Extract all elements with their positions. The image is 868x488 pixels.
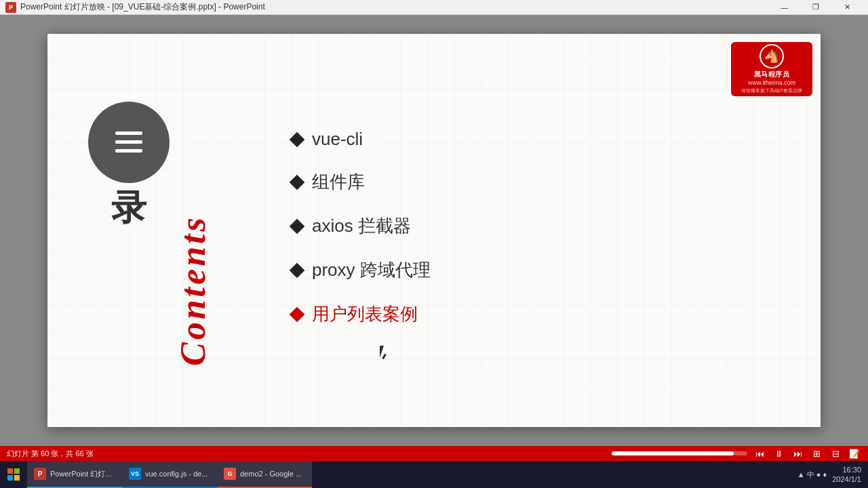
menu-item-vue-cli: vue-cli bbox=[292, 129, 431, 150]
play-prev-button[interactable]: ⏮ bbox=[753, 447, 766, 460]
slide-area: 🐴 黑马程序员 www.itheima.com 传智播客旗下高端IT教育品牌 录… bbox=[0, 15, 868, 446]
taskbar-app-powerpoint-label: PowerPoint 幻灯... bbox=[50, 469, 111, 479]
left-section: 录 bbox=[88, 102, 170, 225]
menu-item-proxy: proxy 跨域代理 bbox=[292, 258, 431, 282]
svg-rect-6 bbox=[14, 475, 20, 481]
logo-tagline: 传智播客旗下高端IT教育品牌 bbox=[741, 87, 802, 94]
taskbar-date-display: 2024/1/1 bbox=[832, 474, 861, 484]
taskbar-time-display: 16:30 bbox=[832, 465, 861, 474]
mouse-cursor bbox=[380, 346, 388, 359]
grid-view-button[interactable]: ⊞ bbox=[810, 447, 823, 460]
start-button[interactable] bbox=[0, 461, 27, 488]
contents-vertical-text: Contents bbox=[173, 95, 213, 366]
svg-rect-5 bbox=[7, 475, 13, 481]
progress-bar bbox=[612, 451, 747, 455]
layout-button[interactable]: ⊟ bbox=[829, 447, 842, 460]
diamond-icon-1 bbox=[290, 131, 305, 147]
menu-item-user-list: 用户列表案例 bbox=[292, 302, 431, 326]
pause-button[interactable]: ⏸ bbox=[772, 447, 785, 460]
statusbar-slide-info: 幻灯片 第 60 张，共 66 张 bbox=[7, 449, 94, 459]
maximize-button[interactable]: ❐ bbox=[800, 0, 831, 15]
taskbar-app-powerpoint[interactable]: P PowerPoint 幻灯... bbox=[27, 461, 122, 488]
svg-rect-2 bbox=[115, 149, 142, 152]
taskbar-time: 16:30 2024/1/1 bbox=[832, 465, 861, 485]
list-svg-icon bbox=[108, 122, 149, 163]
powerpoint-app-icon: P bbox=[34, 468, 46, 480]
menu-item-component-lib: 组件库 bbox=[292, 170, 431, 194]
logo-brand-name: 黑马程序员 bbox=[754, 70, 790, 79]
logo-url: www.itheima.com bbox=[748, 79, 795, 86]
taskbar-app-chrome-label: demo2 - Google ... bbox=[240, 470, 302, 478]
taskbar: P PowerPoint 幻灯... VS vue.config.js - de… bbox=[0, 461, 868, 488]
chrome-app-icon: G bbox=[224, 468, 236, 480]
menu-label-5: 用户列表案例 bbox=[312, 302, 418, 326]
minimize-button[interactable]: — bbox=[769, 0, 800, 15]
circle-list-icon bbox=[88, 102, 170, 183]
menu-label-2: 组件库 bbox=[312, 170, 365, 194]
svg-rect-3 bbox=[7, 468, 13, 474]
taskbar-sys-icons: ▲ 中 ● ♦ bbox=[795, 470, 829, 480]
menu-label-3: axios 拦截器 bbox=[312, 214, 411, 238]
diamond-icon-4 bbox=[290, 262, 305, 278]
taskbar-app-chrome[interactable]: G demo2 - Google ... bbox=[217, 461, 312, 488]
notes-button[interactable]: 📝 bbox=[848, 447, 861, 460]
lu-character: 录 bbox=[111, 190, 146, 225]
menu-label-1: vue-cli bbox=[312, 129, 363, 150]
svg-rect-4 bbox=[14, 468, 20, 474]
statusbar-right: ⏮ ⏸ ⏭ ⊞ ⊟ 📝 bbox=[612, 447, 861, 460]
svg-rect-0 bbox=[115, 131, 142, 135]
progress-fill bbox=[612, 451, 734, 455]
slide: 🐴 黑马程序员 www.itheima.com 传智播客旗下高端IT教育品牌 录… bbox=[47, 34, 821, 427]
titlebar-left: P PowerPoint 幻灯片放映 - [09_VUE基础-综合案例.pptx… bbox=[5, 1, 265, 13]
menu-label-4: proxy 跨域代理 bbox=[312, 258, 431, 282]
titlebar-title: PowerPoint 幻灯片放映 - [09_VUE基础-综合案例.pptx] … bbox=[20, 1, 265, 13]
menu-item-axios: axios 拦截器 bbox=[292, 214, 431, 238]
taskbar-app-vscode-label: vue.config.js - de... bbox=[145, 470, 208, 478]
taskbar-app-vscode[interactable]: VS vue.config.js - de... bbox=[122, 461, 217, 488]
powerpoint-icon: P bbox=[5, 2, 16, 13]
menu-list: vue-cli 组件库 axios 拦截器 proxy 跨域代理 用户列表案例 bbox=[292, 129, 431, 326]
svg-rect-1 bbox=[115, 140, 142, 144]
statusbar: 幻灯片 第 60 张，共 66 张 ⏮ ⏸ ⏭ ⊞ ⊟ 📝 bbox=[0, 446, 868, 461]
logo-circle-icon: 🐴 bbox=[760, 44, 784, 68]
titlebar: P PowerPoint 幻灯片放映 - [09_VUE基础-综合案例.pptx… bbox=[0, 0, 868, 15]
taskbar-right-area: ▲ 中 ● ♦ 16:30 2024/1/1 bbox=[795, 465, 868, 485]
diamond-icon-3 bbox=[290, 218, 305, 234]
close-button[interactable]: ✕ bbox=[831, 0, 863, 15]
titlebar-controls: — ❐ ✕ bbox=[769, 0, 863, 15]
vscode-app-icon: VS bbox=[129, 468, 141, 480]
diamond-icon-red-5 bbox=[290, 306, 305, 322]
windows-logo-icon bbox=[7, 468, 20, 481]
logo: 🐴 黑马程序员 www.itheima.com 传智播客旗下高端IT教育品牌 bbox=[731, 42, 812, 96]
play-next-button[interactable]: ⏭ bbox=[791, 447, 804, 460]
diamond-icon-2 bbox=[290, 174, 305, 190]
